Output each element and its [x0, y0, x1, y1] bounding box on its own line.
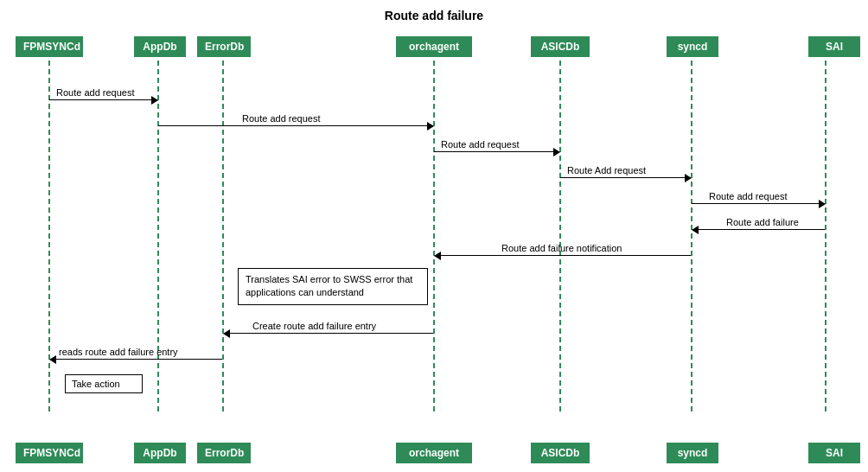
arrow-8 [224, 333, 433, 334]
note-action-text: Take action [72, 379, 120, 389]
lifeline-errordb [222, 61, 224, 411]
actor-top-appdb: AppDb [134, 36, 186, 57]
actor-bottom-errordb: ErrorDb [197, 443, 251, 463]
arrow-6 [692, 229, 825, 230]
note-action: Take action [65, 374, 143, 393]
actor-bottom-appdb: AppDb [134, 443, 186, 463]
actor-bottom-sai: SAI [808, 443, 860, 463]
arrow-3 [434, 151, 559, 152]
actor-top-syncd: syncd [667, 36, 718, 57]
lifeline-orchagent [433, 61, 435, 411]
arrow-label-5: Route add request [709, 191, 788, 201]
arrow-label-4: Route Add request [567, 165, 646, 175]
actor-top-errordb: ErrorDb [197, 36, 251, 57]
arrow-label-9: reads route add failure entry [59, 347, 178, 357]
arrow-2 [158, 125, 433, 126]
actor-top-asicdb: ASICDb [531, 36, 590, 57]
arrow-5 [692, 203, 825, 204]
arrow-label-2: Route add request [242, 113, 321, 124]
diagram-title: Route add failure [0, 9, 868, 22]
note-translate-text2: applications can understand [246, 287, 364, 297]
actor-bottom-orchagent: orchagent [396, 443, 472, 463]
actor-top-sai: SAI [808, 36, 860, 57]
arrow-4 [560, 177, 691, 178]
arrow-label-8: Create route add failure entry [252, 321, 376, 331]
actor-top-orchagent: orchagent [396, 36, 472, 57]
arrow-label-7: Route add failure notification [501, 243, 622, 253]
lifeline-sai [825, 61, 827, 411]
arrow-1 [49, 99, 157, 100]
actor-bottom-syncd: syncd [667, 443, 718, 463]
lifeline-asicdb [559, 61, 561, 411]
actor-bottom-asicdb: ASICDb [531, 443, 590, 463]
arrow-label-6: Route add failure [726, 217, 799, 227]
actor-bottom-fpm: FPMSYNCd [16, 443, 83, 463]
note-translate-text1: Translates SAI error to SWSS error that [246, 274, 412, 284]
actor-top-fpm: FPMSYNCd [16, 36, 83, 57]
sequence-diagram: Route add failure FPMSYNCd AppDb ErrorDb… [0, 0, 868, 472]
arrow-7 [435, 255, 691, 256]
arrow-label-3: Route add request [441, 139, 520, 150]
arrow-9 [50, 359, 222, 360]
arrow-label-1: Route add request [56, 87, 135, 98]
note-translate: Translates SAI error to SWSS error that … [238, 268, 428, 305]
lifeline-syncd [691, 61, 692, 411]
